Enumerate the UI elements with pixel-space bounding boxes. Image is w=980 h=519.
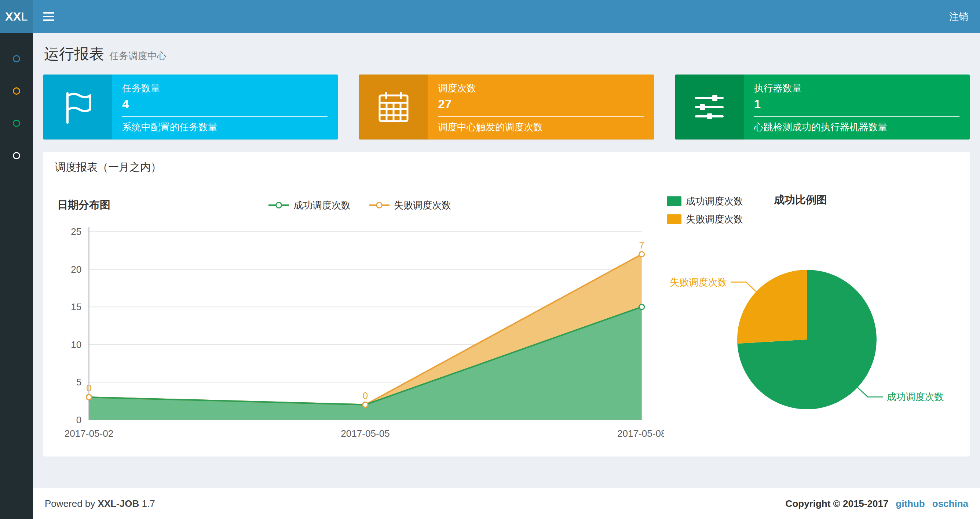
product-name: XXL-JOB: [98, 498, 139, 509]
sidebar: [0, 33, 33, 519]
svg-text:2017-05-05: 2017-05-05: [341, 428, 390, 439]
info-box-divider: [754, 117, 959, 117]
svg-text:5: 5: [76, 377, 82, 388]
legend-item-success[interactable]: 成功调度次数: [269, 199, 351, 212]
legend-item-fail[interactable]: 失败调度次数: [369, 199, 451, 212]
calendar-icon: [359, 75, 428, 139]
svg-text:0: 0: [363, 390, 368, 401]
line-marker-icon: [369, 204, 390, 206]
panel-title: 调度报表（一月之内）: [43, 152, 970, 183]
report-panel: 调度报表（一月之内） 日期分布图 成功调度次数 失败调度次数: [43, 152, 970, 457]
info-box-triggers: 调度次数 27 调度中心触发的调度次数: [359, 75, 654, 139]
page-subtitle: 任务调度中心: [109, 50, 167, 62]
circle-icon: [13, 87, 20, 95]
svg-text:25: 25: [71, 226, 81, 237]
success-ratio-section: 成功调度次数 失败调度次数 成功比例图 成功调度次数失败调度次数: [664, 193, 957, 442]
info-box-value: 1: [754, 97, 959, 111]
info-box-value: 4: [122, 97, 328, 111]
flag-icon: [43, 75, 112, 139]
info-box-executors: 执行器数量 1 心跳检测成功的执行器机器数量: [675, 75, 970, 139]
powered-by: Powered by XXL-JOB 1.7: [45, 498, 155, 509]
date-distribution-chart: 05101520252017-05-022017-05-052017-05-08…: [56, 220, 664, 442]
svg-text:20: 20: [71, 264, 81, 275]
svg-text:0: 0: [86, 382, 92, 393]
success-ratio-pie-chart: 成功调度次数失败调度次数: [664, 229, 957, 435]
hamburger-icon: [43, 12, 54, 14]
circle-icon: [13, 120, 20, 127]
svg-text:2017-05-08: 2017-05-08: [617, 428, 664, 439]
svg-text:失败调度次数: 失败调度次数: [670, 277, 727, 288]
line-chart-legend: 成功调度次数 失败调度次数: [269, 199, 451, 212]
svg-text:成功调度次数: 成功调度次数: [887, 391, 944, 402]
info-box-divider: [438, 117, 643, 117]
square-marker-icon: [667, 214, 681, 224]
legend-item-fail[interactable]: 失败调度次数: [667, 213, 743, 226]
page-header: 运行报表 任务调度中心: [44, 44, 969, 64]
info-box-divider: [122, 117, 328, 117]
copyright: Copyright © 2015-2017: [786, 498, 889, 509]
oschina-link[interactable]: oschina: [932, 498, 968, 509]
logout-link[interactable]: 注销: [937, 0, 980, 33]
sidebar-item-help[interactable]: [0, 139, 33, 172]
sidebar-item-jobs[interactable]: [0, 75, 33, 107]
svg-text:10: 10: [71, 339, 81, 350]
footer: Powered by XXL-JOB 1.7 Copyright © 2015-…: [33, 488, 980, 519]
page-title: 运行报表: [44, 44, 104, 64]
svg-text:0: 0: [76, 414, 82, 425]
legend-item-success[interactable]: 成功调度次数: [667, 195, 743, 208]
sidebar-item-log[interactable]: [0, 107, 33, 139]
logo-bold-text: XX: [5, 10, 21, 24]
svg-text:15: 15: [71, 301, 81, 312]
app-root: XXL 注销 运行报表 任务调度中心: [0, 0, 980, 519]
info-box-desc: 调度中心触发的调度次数: [438, 121, 643, 134]
info-box-desc: 系统中配置的任务数量: [122, 121, 328, 134]
square-marker-icon: [667, 196, 681, 206]
github-link[interactable]: github: [896, 498, 924, 509]
line-chart-title: 日期分布图: [57, 198, 110, 212]
app-logo[interactable]: XXL: [0, 0, 33, 33]
circle-icon: [13, 55, 20, 62]
main-content: 运行报表 任务调度中心 任务数量 4 系统中配置的任务数量: [33, 33, 980, 488]
date-distribution-chart-section: 日期分布图 成功调度次数 失败调度次数 0510152: [56, 193, 664, 442]
logo-light-text: L: [21, 10, 28, 24]
sidebar-item-dashboard[interactable]: [0, 43, 33, 75]
product-version: 1.7: [142, 498, 155, 509]
info-box-jobs: 任务数量 4 系统中配置的任务数量: [43, 75, 338, 139]
info-box-title: 执行器数量: [754, 82, 959, 95]
line-marker-icon: [269, 204, 289, 206]
svg-text:2017-05-02: 2017-05-02: [65, 428, 114, 439]
info-box-row: 任务数量 4 系统中配置的任务数量: [43, 75, 970, 139]
info-box-title: 调度次数: [438, 82, 643, 95]
svg-text:7: 7: [639, 240, 644, 251]
pie-chart-legend: 成功调度次数 失败调度次数: [667, 195, 743, 226]
info-box-title: 任务数量: [122, 82, 328, 95]
sidebar-toggle-button[interactable]: [33, 0, 65, 33]
top-navbar: XXL 注销: [0, 0, 980, 33]
pie-chart-title: 成功比例图: [774, 195, 827, 205]
circle-icon: [13, 152, 20, 159]
sliders-icon: [675, 75, 744, 139]
info-box-desc: 心跳检测成功的执行器机器数量: [754, 121, 959, 134]
info-box-value: 27: [438, 97, 643, 111]
